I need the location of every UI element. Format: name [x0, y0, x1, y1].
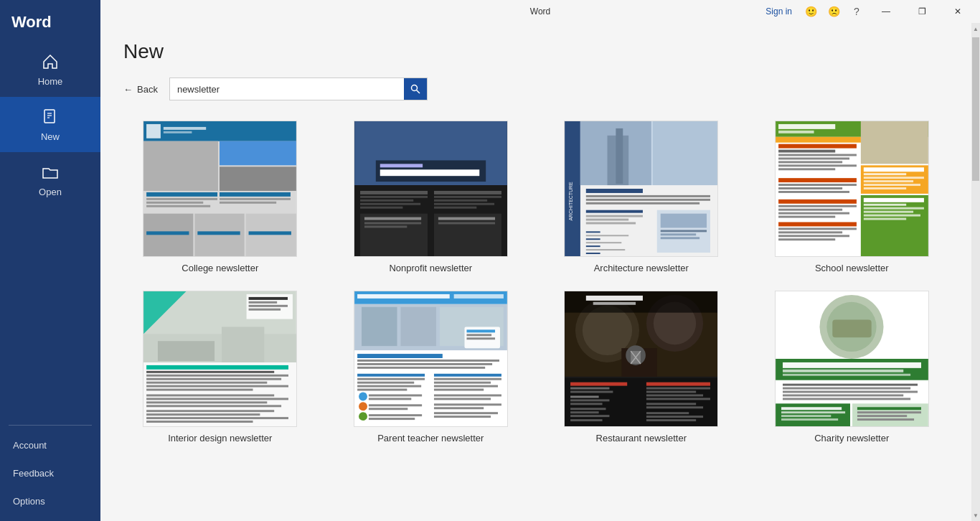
svg-rect-240 — [857, 407, 921, 410]
sad-face-button[interactable]: 🙁 — [824, 1, 844, 22]
svg-rect-72 — [586, 235, 628, 236]
sidebar-item-account[interactable]: Account — [0, 431, 100, 459]
svg-rect-61 — [586, 202, 699, 205]
svg-rect-96 — [864, 184, 920, 186]
svg-rect-176 — [434, 378, 501, 380]
sidebar-item-home[interactable]: Home — [0, 42, 100, 97]
svg-rect-147 — [357, 294, 450, 299]
svg-rect-103 — [864, 215, 920, 217]
svg-rect-48 — [438, 217, 495, 220]
svg-point-166 — [359, 393, 367, 401]
svg-rect-104 — [864, 218, 906, 220]
svg-rect-8 — [146, 124, 161, 139]
svg-rect-34 — [360, 196, 428, 198]
template-college[interactable]: College newsletter — [123, 121, 317, 273]
content-area: New ← Back — [100, 23, 971, 521]
svg-rect-193 — [565, 291, 717, 313]
svg-rect-11 — [143, 141, 218, 191]
template-architecture[interactable]: ARCHITECTURE — [545, 121, 738, 273]
svg-rect-178 — [434, 385, 498, 388]
svg-rect-226 — [783, 362, 921, 368]
svg-rect-86 — [778, 154, 857, 156]
svg-rect-84 — [778, 144, 857, 149]
sidebar-item-open-label: Open — [39, 187, 62, 197]
svg-rect-167 — [369, 394, 422, 396]
svg-rect-100 — [864, 204, 906, 206]
sidebar-item-new[interactable]: New — [0, 97, 100, 152]
svg-rect-236 — [781, 411, 845, 413]
page-title: New — [123, 40, 948, 63]
svg-rect-102 — [864, 211, 913, 213]
svg-rect-138 — [146, 398, 288, 400]
svg-point-172 — [359, 412, 367, 421]
search-input[interactable] — [170, 81, 404, 98]
svg-rect-228 — [783, 374, 910, 376]
back-arrow-icon: ← — [123, 84, 133, 95]
template-thumb-nonprofit — [354, 121, 508, 257]
svg-rect-185 — [434, 416, 491, 418]
help-button[interactable]: ? — [847, 1, 867, 22]
svg-rect-77 — [586, 253, 600, 254]
sidebar-item-open[interactable]: Open — [0, 152, 100, 207]
svg-rect-137 — [146, 394, 274, 396]
scroll-up-button[interactable]: ▲ — [971, 23, 980, 34]
title-bar: Word Sign in 🙂 🙁 ? — ❐ ✕ — [100, 0, 980, 23]
svg-rect-211 — [646, 382, 710, 386]
new-document-icon — [40, 107, 60, 127]
svg-rect-87 — [778, 157, 849, 159]
close-button[interactable]: ✕ — [941, 0, 974, 23]
svg-point-189 — [583, 306, 632, 355]
maximize-button[interactable]: ❐ — [905, 0, 938, 23]
template-interior[interactable]: Interior design newsletter — [123, 291, 317, 443]
svg-rect-68 — [661, 230, 707, 232]
sidebar-item-options[interactable]: Options — [0, 487, 100, 515]
svg-rect-123 — [222, 327, 264, 362]
svg-rect-232 — [783, 394, 903, 396]
template-charity[interactable]: Charity newsletter — [755, 291, 949, 443]
svg-rect-56 — [616, 128, 623, 184]
svg-rect-76 — [586, 249, 625, 250]
svg-rect-160 — [357, 367, 485, 369]
template-thumb-interior — [143, 291, 297, 427]
window-title: Word — [530, 6, 550, 17]
svg-rect-143 — [146, 417, 288, 419]
template-thumb-school — [775, 121, 929, 257]
svg-rect-117 — [778, 235, 849, 237]
svg-rect-69 — [661, 233, 696, 235]
template-nonprofit[interactable]: Nonprofit newsletter — [334, 121, 528, 273]
svg-rect-209 — [570, 415, 609, 417]
svg-rect-127 — [249, 301, 278, 304]
svg-rect-81 — [778, 131, 814, 133]
svg-rect-181 — [434, 398, 491, 400]
minimize-button[interactable]: — — [870, 0, 903, 23]
scroll-down-button[interactable]: ▼ — [971, 510, 980, 521]
window-controls: Sign in 🙂 🙁 ? — ❐ ✕ — [765, 0, 974, 23]
svg-rect-49 — [438, 222, 495, 225]
svg-rect-113 — [778, 216, 835, 218]
svg-rect-19 — [220, 198, 291, 200]
svg-rect-62 — [586, 210, 643, 213]
svg-point-4 — [411, 85, 417, 91]
svg-rect-59 — [586, 195, 710, 197]
happy-face-button[interactable]: 🙂 — [801, 1, 821, 22]
svg-rect-97 — [864, 187, 906, 189]
sidebar-item-home-label: Home — [38, 76, 63, 87]
scroll-thumb[interactable] — [972, 37, 979, 181]
svg-rect-183 — [434, 407, 484, 409]
main-panel: Word Sign in 🙂 🙁 ? — ❐ ✕ New ← Back — [100, 0, 980, 521]
svg-rect-170 — [369, 404, 422, 406]
svg-rect-14 — [146, 192, 217, 197]
svg-rect-184 — [434, 412, 498, 414]
svg-rect-39 — [364, 217, 421, 220]
template-parent[interactable]: Parent teacher newsletter — [334, 291, 528, 443]
template-school[interactable]: School newsletter — [755, 121, 949, 273]
svg-rect-41 — [364, 225, 407, 227]
svg-rect-95 — [864, 180, 913, 182]
svg-rect-20 — [220, 202, 276, 204]
svg-rect-150 — [362, 307, 397, 346]
back-button[interactable]: ← Back — [123, 84, 158, 95]
sign-in-button[interactable]: Sign in — [765, 6, 792, 17]
sidebar-item-feedback[interactable]: Feedback — [0, 459, 100, 487]
template-restaurant[interactable]: Restaurant newsletter — [545, 291, 738, 443]
search-button[interactable] — [404, 78, 427, 100]
